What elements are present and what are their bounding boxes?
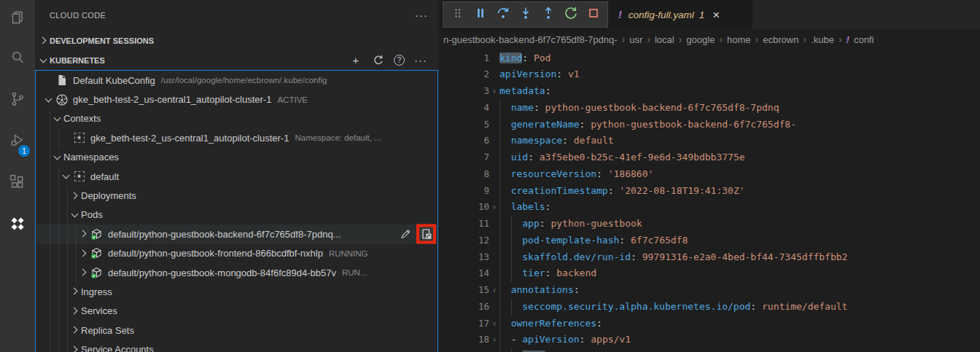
chevron-right-icon[interactable]	[78, 228, 90, 240]
indent-guide	[43, 128, 52, 147]
indent-guide	[43, 109, 52, 128]
tree-item-ingress[interactable]: Ingress	[36, 282, 438, 301]
breadcrumb-item[interactable]: google	[686, 34, 715, 45]
chevron-right-icon[interactable]	[69, 286, 81, 297]
step-into-button[interactable]	[514, 4, 537, 26]
breadcrumb-item-file[interactable]: !confi	[847, 34, 874, 45]
code-text: apiVersion: v1	[499, 66, 580, 83]
tree-item-pods[interactable]: Pods	[36, 206, 438, 224]
restart-icon	[564, 6, 578, 23]
fold-gutter	[489, 100, 499, 117]
fold-chevron-icon[interactable]: ∨	[489, 316, 499, 332]
activity-run-debug-icon[interactable]: 1	[0, 121, 35, 163]
tree-item-description: Namespace: default, ...	[295, 133, 381, 142]
fold-chevron-icon[interactable]: ∨	[489, 83, 499, 100]
tree-item-gke-beth-test-2-us-central1-autopilot-cl[interactable]: *gke_beth-test-2_us-central1_autopilot-c…	[36, 128, 438, 147]
chevron-down-icon[interactable]	[61, 171, 72, 182]
restart-button[interactable]	[559, 4, 582, 26]
chevron-right-icon[interactable]	[69, 344, 81, 352]
line-number: 8	[438, 166, 489, 183]
breadcrumb-item[interactable]: usr	[629, 34, 642, 45]
fold-chevron-icon[interactable]: ∨	[489, 332, 499, 348]
tree-item-services[interactable]: Services	[36, 302, 438, 321]
line-number: 10	[438, 199, 489, 216]
section-development-sessions[interactable]: DEVELOPMENT SESSIONS	[35, 31, 438, 50]
step-out-button[interactable]	[537, 4, 559, 26]
tree-item-namespaces[interactable]: Namespaces	[36, 148, 438, 167]
modified-icon: !	[847, 34, 849, 45]
more-icon[interactable]: ···	[415, 55, 427, 66]
activity-search-icon[interactable]	[0, 38, 35, 79]
sidebar-more-icon[interactable]: ···	[415, 12, 428, 19]
open-file-button[interactable]	[420, 228, 432, 240]
code-text: ownerReferences:	[499, 316, 602, 332]
activity-extensions-icon[interactable]	[0, 163, 35, 204]
indent-guide	[43, 206, 52, 224]
indent-guide	[61, 224, 69, 243]
tree-item-default-kubeconfig[interactable]: Default KubeConfig/usr/local/google/home…	[36, 71, 438, 90]
pause-button[interactable]	[469, 4, 491, 26]
step-into-icon	[518, 6, 533, 23]
indent-guide	[499, 100, 511, 117]
tab-config-full-yaml[interactable]: ! config-full.yaml 1 ×	[611, 0, 752, 29]
indent-guide	[511, 249, 523, 266]
activity-cloud-code-icon[interactable]	[0, 204, 35, 246]
tree-item-default[interactable]: *default	[36, 167, 438, 186]
chevron-right-icon[interactable]	[69, 324, 81, 336]
code-text: - apiVersion: apps/v1	[499, 332, 631, 348]
breadcrumb-item[interactable]: home	[727, 34, 751, 45]
extensions-icon	[9, 173, 26, 194]
chevron-down-icon[interactable]	[52, 152, 63, 163]
chevron-down-icon[interactable]	[52, 113, 63, 125]
indent-guide	[511, 348, 523, 352]
code-line-4: 4 name: python-guestbook-backend-6f7c765…	[438, 100, 980, 117]
kubernetes-tree: Default KubeConfig/usr/local/google/home…	[35, 70, 438, 352]
line-number: 17	[438, 316, 489, 332]
breadcrumb-item[interactable]: n-guestbook-backend-6f7c765df8-7pdnq-	[443, 34, 618, 45]
code-text: resourceVersion: '186860'	[499, 166, 653, 183]
chevron-right-icon[interactable]	[78, 267, 90, 278]
breadcrumb-item[interactable]: local	[655, 34, 674, 45]
tree-item-gke-beth-test-2-us-central1-autopilot-cl[interactable]: gke_beth-test-2_us-central1_autopilot-cl…	[36, 90, 438, 109]
edit-button[interactable]	[400, 228, 412, 240]
activity-source-control-icon[interactable]	[0, 79, 35, 121]
tree-item-contexts[interactable]: Contexts	[36, 109, 438, 128]
refresh-icon[interactable]	[372, 55, 384, 66]
chevron-right-icon[interactable]	[78, 248, 90, 259]
tree-item-deployments[interactable]: Deployments	[36, 186, 438, 205]
code-line-11: 11 app: python-guestbook	[438, 216, 980, 232]
drag-handle-button[interactable]	[446, 4, 469, 26]
stop-button[interactable]	[582, 4, 604, 26]
line-number: 19	[438, 348, 489, 352]
chevron-right-icon[interactable]	[69, 190, 81, 202]
add-icon[interactable]: +	[350, 55, 362, 66]
breadcrumb-item[interactable]: ecbrown	[763, 34, 798, 45]
fold-chevron-icon[interactable]: ∨	[489, 199, 499, 216]
help-icon[interactable]: ?	[394, 55, 405, 66]
breadcrumb-item[interactable]: .kube	[811, 34, 834, 45]
explorer-icon	[9, 9, 26, 29]
tree-item-description: RUN...	[342, 268, 368, 277]
indent-guide	[43, 321, 52, 340]
tree-item-default-python-guestbook-frontend-866bcd[interactable]: default/python-guestbook-frontend-866bcd…	[36, 244, 438, 263]
chevron-down-icon[interactable]	[69, 209, 81, 221]
tree-item-service-accounts[interactable]: Service Accounts	[36, 340, 438, 352]
close-icon[interactable]: ×	[712, 9, 720, 21]
code-text: generateName: python-guestbook-backend-6…	[499, 117, 796, 133]
yaml-editor[interactable]: 1kind: Pod2apiVersion: v13∨metadata:4 na…	[438, 50, 980, 352]
activity-explorer-icon[interactable]	[0, 0, 35, 38]
tree-item-default-python-guestbook-mongodb-84f6fc8[interactable]: default/python-guestbook-mongodb-84f6fc8…	[36, 263, 438, 282]
indent-guide	[499, 265, 511, 282]
tree-item-default-python-guestbook-backend-6f7c765[interactable]: default/python-guestbook-backend-6f7c765…	[36, 224, 438, 243]
fold-chevron-icon[interactable]: ∨	[489, 282, 499, 299]
chevron-right-icon[interactable]	[69, 305, 81, 317]
indent-guide	[499, 133, 511, 149]
breadcrumb-separator: ›	[719, 34, 723, 45]
fold-gutter	[489, 117, 499, 133]
section-kubernetes[interactable]: KUBERNETES +?···	[35, 50, 438, 70]
tree-item-replica-sets[interactable]: Replica Sets	[36, 321, 438, 340]
chevron-down-icon[interactable]	[43, 94, 55, 106]
step-over-button[interactable]	[491, 4, 514, 26]
indent-guide	[499, 249, 511, 266]
cloud-code-sidebar: CLOUD CODE ··· DEVELOPMENT SESSIONS KUBE…	[35, 0, 438, 352]
